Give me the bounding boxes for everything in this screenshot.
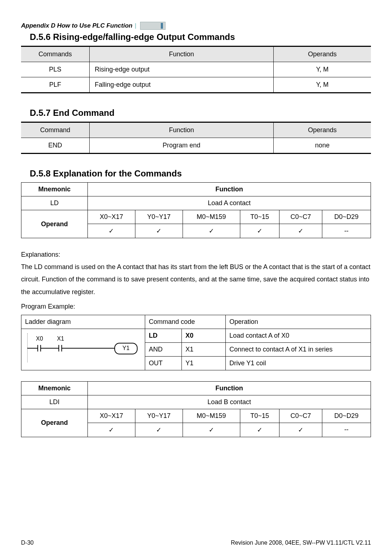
mnemonic-label: Mnemonic — [21, 381, 88, 395]
ldi-operand-table: Mnemonic Function LDI Load B contact Ope… — [21, 381, 371, 437]
table-row: PLF Falling-edge output Y, M — [21, 77, 371, 93]
th-operation: Operation — [226, 315, 371, 329]
check-icon: ✓ — [135, 423, 183, 437]
appendix-text: Appendix D How to Use PLC Function — [21, 22, 132, 29]
dash: -- — [322, 224, 371, 238]
function-value: Load B contact — [88, 395, 371, 409]
divider-bar: | — [135, 22, 136, 29]
function-value: Load A contact — [88, 196, 371, 210]
table-d56: Commands Function Operands PLS Rising-ed… — [21, 46, 371, 93]
program-example-table: Ladder diagram Command code Operation X0… — [21, 315, 371, 370]
check-icon: ✓ — [88, 224, 135, 238]
table-row: END Program end none — [21, 138, 371, 154]
th-command: Command — [21, 122, 90, 138]
section-d57-title: D.5.7 End Command — [30, 108, 371, 118]
table-d57: Command Function Operands END Program en… — [21, 122, 371, 154]
mnemonic-value: LDI — [21, 395, 88, 409]
check-icon: ✓ — [183, 224, 240, 238]
th-operands: Operands — [274, 122, 371, 138]
section-d56-title: D.5.6 Rising-edge/falling-edge Output Co… — [30, 32, 371, 42]
function-label: Function — [88, 381, 371, 395]
th-function: Function — [90, 46, 274, 62]
check-icon: ✓ — [240, 423, 279, 437]
check-icon: ✓ — [183, 423, 240, 437]
check-icon: ✓ — [279, 224, 322, 238]
ladder-label-x1: X1 — [57, 336, 64, 342]
dash: -- — [322, 423, 371, 437]
table-row: PLS Rising-edge output Y, M — [21, 62, 371, 77]
operand-label: Operand — [21, 409, 88, 437]
mnemonic-value: LD — [21, 196, 88, 210]
vfd-logo-icon — [140, 22, 166, 30]
check-icon: ✓ — [88, 423, 135, 437]
appendix-header: Appendix D How to Use PLC Function | — [21, 22, 371, 30]
function-label: Function — [88, 183, 371, 196]
program-example-label: Program Example: — [21, 300, 371, 313]
th-function: Function — [90, 122, 274, 138]
check-icon: ✓ — [240, 224, 279, 238]
th-ladder: Ladder diagram — [21, 315, 145, 329]
ladder-diagram: X0 X1 Y1 — [25, 333, 141, 362]
ladder-coil-y1: Y1 — [114, 343, 138, 354]
section-d58-title: D.5.8 Explanation for the Commands — [30, 168, 371, 179]
th-command-code: Command code — [145, 315, 226, 329]
page-footer: D-30 Revision June 2008, 04EE, SW--PW V1… — [21, 540, 371, 546]
check-icon: ✓ — [135, 224, 183, 238]
explanations-text: The LD command is used on the A contact … — [21, 261, 371, 298]
page-number: D-30 — [21, 540, 34, 546]
th-operands: Operands — [274, 46, 371, 62]
ladder-label-x0: X0 — [36, 336, 43, 342]
operand-label: Operand — [21, 210, 88, 238]
mnemonic-label: Mnemonic — [21, 183, 88, 196]
revision-text: Revision June 2008, 04EE, SW--PW V1.11/C… — [231, 540, 371, 546]
explanations-block: Explanations: The LD command is used on … — [21, 248, 371, 313]
ladder-diagram-cell: X0 X1 Y1 — [21, 329, 145, 370]
th-commands: Commands — [21, 46, 90, 62]
explanations-label: Explanations: — [21, 248, 371, 261]
ld-operand-table: Mnemonic Function LD Load A contact Oper… — [21, 182, 371, 238]
check-icon: ✓ — [279, 423, 322, 437]
